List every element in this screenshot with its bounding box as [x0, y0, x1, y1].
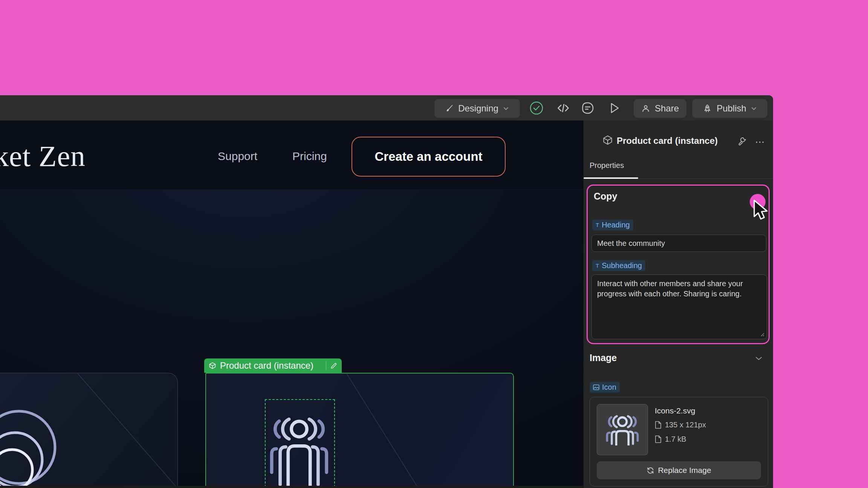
replace-image-button[interactable]: Replace Image	[597, 461, 761, 479]
community-people-icon	[605, 414, 640, 445]
image-section-title: Image	[590, 352, 617, 363]
person-icon	[641, 104, 650, 113]
icon-property-chip[interactable]: Icon	[590, 382, 620, 393]
replace-image-label: Replace Image	[658, 466, 711, 475]
component-cube-icon	[209, 362, 216, 369]
active-tab-underline	[584, 177, 638, 179]
app-window: Designing	[0, 95, 773, 488]
publish-label: Publish	[717, 103, 746, 114]
mouse-cursor	[750, 199, 770, 223]
community-people-icon	[267, 415, 331, 488]
site-header: ket Zen Support Pricing Create an accoun…	[0, 120, 583, 190]
component-cube-icon	[602, 135, 613, 145]
site-logo: ket Zen	[0, 139, 86, 173]
asset-file-name: Icons-2.svg	[655, 406, 695, 415]
icon-chip-label: Icon	[602, 383, 616, 392]
subheading-chip-label: Subheading	[602, 261, 642, 270]
design-canvas[interactable]: ket Zen Support Pricing Create an accoun…	[0, 120, 583, 488]
text-type-icon: T	[596, 262, 599, 269]
subheading-textarea[interactable]: Interact with other members and share yo…	[591, 274, 767, 339]
paintbrush-icon	[445, 104, 454, 113]
check-circle-icon[interactable]	[529, 101, 544, 116]
copy-section: Copy T Heading T Subheading Interact wit…	[587, 185, 770, 344]
heading-input[interactable]	[591, 235, 766, 252]
share-button[interactable]: Share	[634, 99, 686, 118]
asset-size-row: 1.7 kB	[655, 435, 686, 444]
resize-handle-icon[interactable]	[760, 332, 765, 337]
asset-file-size: 1.7 kB	[665, 435, 686, 444]
selection-label[interactable]: Product card (instance)	[204, 358, 342, 373]
comment-icon[interactable]	[580, 101, 595, 116]
tab-properties[interactable]: Properties	[590, 161, 624, 170]
more-options-icon[interactable]: ⋯	[755, 136, 766, 148]
nav-link-pricing[interactable]: Pricing	[292, 150, 327, 163]
subheading-property-chip[interactable]: T Subheading	[592, 260, 645, 271]
asset-thumbnail[interactable]	[597, 404, 648, 455]
file-icon	[655, 435, 662, 443]
copy-section-title: Copy	[594, 191, 617, 202]
chevron-down-icon	[503, 105, 509, 111]
asset-dimensions: 135 x 121px	[665, 421, 706, 429]
play-icon[interactable]	[607, 101, 621, 115]
share-label: Share	[655, 103, 679, 114]
selection-label-text: Product card (instance)	[220, 360, 313, 371]
rocket-icon	[703, 104, 712, 113]
heading-property-chip[interactable]: T Heading	[592, 220, 633, 230]
window-bottom-edge	[0, 486, 583, 488]
selected-product-card[interactable]	[205, 373, 514, 488]
heading-chip-label: Heading	[602, 221, 630, 229]
panel-title: Product card (instance)	[617, 136, 718, 146]
asset-dimensions-row: 135 x 121px	[655, 421, 706, 429]
refresh-icon	[646, 467, 654, 474]
pencil-icon[interactable]	[330, 362, 337, 369]
toolbar: Designing	[0, 95, 773, 121]
code-icon[interactable]	[556, 101, 570, 115]
label-divider	[326, 361, 326, 370]
image-asset-card: Icons-2.svg 135 x 121px 1.7 kB Replace I…	[590, 397, 768, 486]
wrench-icon[interactable]	[737, 136, 747, 146]
concentric-circles-illustration	[0, 403, 66, 488]
publish-button[interactable]: Publish	[692, 99, 767, 118]
designing-mode-button[interactable]: Designing	[434, 99, 520, 118]
designing-label: Designing	[458, 103, 498, 114]
chevron-down-icon	[751, 105, 757, 111]
nav-link-support[interactable]: Support	[218, 150, 257, 163]
image-type-icon	[593, 384, 599, 390]
create-account-button[interactable]: Create an account	[351, 137, 506, 177]
text-type-icon: T	[596, 222, 599, 228]
chevron-down-icon[interactable]	[755, 356, 762, 361]
properties-panel: Product card (instance) ⋯ Properties Cop…	[583, 120, 773, 488]
file-icon	[655, 421, 662, 429]
